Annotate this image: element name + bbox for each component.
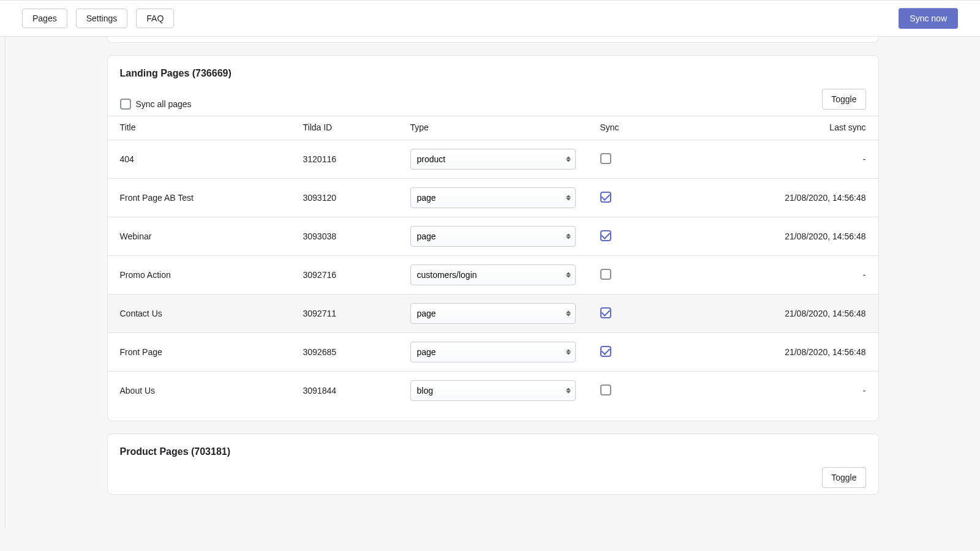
row-sync-cell [588, 140, 695, 179]
previous-card-edge [107, 37, 879, 43]
row-type-cell: productpagecustomers/loginblog [398, 140, 588, 179]
row-type-cell: productpagecustomers/loginblog [398, 294, 588, 333]
row-sync-checkbox[interactable] [600, 153, 611, 164]
section-card: Product Pages (703181)Toggle [107, 433, 879, 495]
pages-tab[interactable]: Pages [22, 9, 67, 28]
row-sync-cell [588, 217, 695, 256]
row-type-cell: productpagecustomers/loginblog [398, 217, 588, 256]
row-sync-checkbox[interactable] [600, 307, 611, 318]
row-type-cell: productpagecustomers/loginblog [398, 372, 588, 410]
table-row: Promo Action3092716productpagecustomers/… [108, 256, 878, 294]
table-row: Front Page3092685productpagecustomers/lo… [108, 333, 878, 372]
section-card: Landing Pages (736669)Sync all pagesTogg… [107, 55, 879, 421]
column-header-title: Title [108, 116, 291, 140]
section-title: Landing Pages (736669) [108, 56, 878, 85]
section-controls: Sync all pagesToggle [108, 85, 878, 116]
row-last-sync: 21/08/2020, 14:56:48 [695, 179, 878, 217]
row-type-cell: productpagecustomers/loginblog [398, 333, 588, 372]
row-tilda-id: 3092685 [291, 333, 398, 372]
content: Landing Pages (736669)Sync all pagesTogg… [5, 37, 980, 529]
type-select[interactable]: productpagecustomers/loginblog [410, 264, 576, 285]
sync-all-label: Sync all pages [136, 99, 192, 109]
row-sync-cell [588, 372, 695, 410]
row-tilda-id: 3093038 [291, 217, 398, 256]
row-sync-cell [588, 333, 695, 372]
type-select[interactable]: productpagecustomers/loginblog [410, 342, 576, 362]
section-title: Product Pages (703181) [108, 434, 878, 463]
row-sync-checkbox[interactable] [600, 269, 611, 280]
table-row: Webinar3093038productpagecustomers/login… [108, 217, 878, 256]
table-row: Front Page AB Test3093120productpagecust… [108, 179, 878, 217]
row-sync-cell [588, 256, 695, 294]
table-row: 4043120116productpagecustomers/loginblog… [108, 140, 878, 179]
row-last-sync: 21/08/2020, 14:56:48 [695, 294, 878, 333]
row-sync-checkbox[interactable] [600, 346, 611, 357]
column-header-sync: Sync [588, 116, 695, 140]
type-select[interactable]: productpagecustomers/loginblog [410, 187, 576, 208]
faq-tab[interactable]: FAQ [136, 9, 174, 28]
column-header-tilda: Tilda ID [291, 116, 398, 140]
row-tilda-id: 3092716 [291, 256, 398, 294]
row-title: Webinar [108, 217, 291, 256]
toggle-button[interactable]: Toggle [822, 467, 865, 488]
column-header-type: Type [398, 116, 588, 140]
row-sync-cell [588, 294, 695, 333]
row-tilda-id: 3091844 [291, 372, 398, 410]
type-select[interactable]: productpagecustomers/loginblog [410, 380, 576, 401]
column-header-last: Last sync [695, 116, 878, 140]
row-last-sync: 21/08/2020, 14:56:48 [695, 333, 878, 372]
row-sync-cell [588, 179, 695, 217]
type-select[interactable]: productpagecustomers/loginblog [410, 303, 576, 324]
sync-all-checkbox[interactable] [120, 99, 131, 110]
row-title: Promo Action [108, 256, 291, 294]
row-tilda-id: 3120116 [291, 140, 398, 179]
row-title: Contact Us [108, 294, 291, 333]
row-last-sync: - [695, 256, 878, 294]
table-row: About Us3091844productpagecustomers/logi… [108, 372, 878, 410]
row-title: About Us [108, 372, 291, 410]
toggle-button[interactable]: Toggle [822, 89, 865, 110]
row-sync-checkbox[interactable] [600, 384, 611, 395]
row-title: Front Page [108, 333, 291, 372]
row-type-cell: productpagecustomers/loginblog [398, 179, 588, 217]
row-sync-checkbox[interactable] [600, 230, 611, 241]
type-select[interactable]: productpagecustomers/loginblog [410, 149, 576, 170]
app-bar: Pages Settings FAQ Sync now [0, 0, 980, 37]
row-last-sync: - [695, 140, 878, 179]
row-type-cell: productpagecustomers/loginblog [398, 256, 588, 294]
section-controls: Toggle [108, 463, 878, 494]
table-row: Contact Us3092711productpagecustomers/lo… [108, 294, 878, 333]
type-select[interactable]: productpagecustomers/loginblog [410, 226, 576, 247]
row-title: 404 [108, 140, 291, 179]
pages-table: TitleTilda IDTypeSyncLast sync4043120116… [108, 116, 878, 410]
nav-tabs: Pages Settings FAQ [22, 9, 174, 28]
row-title: Front Page AB Test [108, 179, 291, 217]
row-sync-checkbox[interactable] [600, 192, 611, 203]
row-tilda-id: 3093120 [291, 179, 398, 217]
row-last-sync: - [695, 372, 878, 410]
settings-tab[interactable]: Settings [76, 9, 128, 28]
sync-now-button[interactable]: Sync now [899, 8, 958, 29]
row-last-sync: 21/08/2020, 14:56:48 [695, 217, 878, 256]
row-tilda-id: 3092711 [291, 294, 398, 333]
